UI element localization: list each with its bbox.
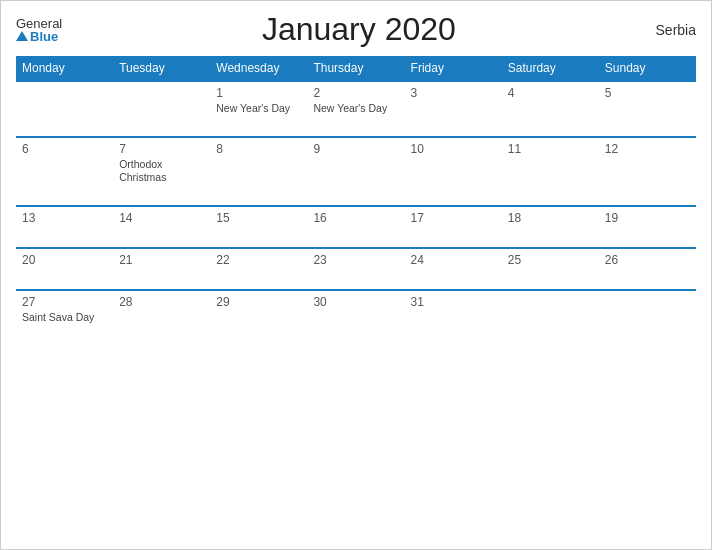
day-cell: 3 <box>405 81 502 137</box>
week-row-1: 67Orthodox Christmas89101112 <box>16 137 696 206</box>
day-number: 11 <box>508 142 593 156</box>
holiday-label: Saint Sava Day <box>22 311 107 325</box>
week-row-4: 27Saint Sava Day28293031 <box>16 290 696 345</box>
day-number: 16 <box>313 211 398 225</box>
day-cell: 1New Year's Day <box>210 81 307 137</box>
day-number: 14 <box>119 211 204 225</box>
day-cell: 8 <box>210 137 307 206</box>
day-cell <box>113 81 210 137</box>
weekday-header-row: Monday Tuesday Wednesday Thursday Friday… <box>16 56 696 81</box>
calendar-table: Monday Tuesday Wednesday Thursday Friday… <box>16 56 696 345</box>
day-number: 23 <box>313 253 398 267</box>
day-number: 27 <box>22 295 107 309</box>
calendar-title: January 2020 <box>262 11 456 48</box>
day-number: 15 <box>216 211 301 225</box>
day-number: 10 <box>411 142 496 156</box>
day-number: 26 <box>605 253 690 267</box>
day-cell: 17 <box>405 206 502 248</box>
weekday-wednesday: Wednesday <box>210 56 307 81</box>
day-cell: 12 <box>599 137 696 206</box>
day-number: 4 <box>508 86 593 100</box>
day-cell: 7Orthodox Christmas <box>113 137 210 206</box>
country-label: Serbia <box>656 22 696 38</box>
day-cell: 2New Year's Day <box>307 81 404 137</box>
day-number: 12 <box>605 142 690 156</box>
week-row-0: 1New Year's Day2New Year's Day345 <box>16 81 696 137</box>
day-number: 24 <box>411 253 496 267</box>
day-number: 17 <box>411 211 496 225</box>
day-cell: 25 <box>502 248 599 290</box>
day-cell: 29 <box>210 290 307 345</box>
day-cell: 30 <box>307 290 404 345</box>
day-cell: 10 <box>405 137 502 206</box>
weekday-saturday: Saturday <box>502 56 599 81</box>
weekday-thursday: Thursday <box>307 56 404 81</box>
day-cell: 11 <box>502 137 599 206</box>
holiday-label: Orthodox Christmas <box>119 158 204 185</box>
day-number: 31 <box>411 295 496 309</box>
day-cell: 28 <box>113 290 210 345</box>
holiday-label: New Year's Day <box>313 102 398 116</box>
day-number: 7 <box>119 142 204 156</box>
day-cell: 20 <box>16 248 113 290</box>
day-cell: 22 <box>210 248 307 290</box>
day-cell: 15 <box>210 206 307 248</box>
day-cell: 23 <box>307 248 404 290</box>
day-cell: 13 <box>16 206 113 248</box>
weekday-monday: Monday <box>16 56 113 81</box>
day-number: 1 <box>216 86 301 100</box>
week-row-2: 13141516171819 <box>16 206 696 248</box>
day-number: 22 <box>216 253 301 267</box>
day-number: 21 <box>119 253 204 267</box>
day-number: 6 <box>22 142 107 156</box>
day-number: 20 <box>22 253 107 267</box>
day-number: 13 <box>22 211 107 225</box>
day-cell <box>16 81 113 137</box>
day-cell: 21 <box>113 248 210 290</box>
day-number: 19 <box>605 211 690 225</box>
day-cell: 6 <box>16 137 113 206</box>
day-number: 5 <box>605 86 690 100</box>
day-cell: 16 <box>307 206 404 248</box>
day-cell: 27Saint Sava Day <box>16 290 113 345</box>
day-cell: 18 <box>502 206 599 248</box>
day-number: 30 <box>313 295 398 309</box>
day-cell: 14 <box>113 206 210 248</box>
holiday-label: New Year's Day <box>216 102 301 116</box>
day-number: 8 <box>216 142 301 156</box>
calendar-container: General Blue January 2020 Serbia Monday … <box>0 0 712 550</box>
day-cell <box>502 290 599 345</box>
day-cell: 24 <box>405 248 502 290</box>
day-number: 9 <box>313 142 398 156</box>
logo-triangle-icon <box>16 31 28 41</box>
logo: General Blue <box>16 17 62 43</box>
day-cell: 5 <box>599 81 696 137</box>
day-cell: 26 <box>599 248 696 290</box>
day-cell: 9 <box>307 137 404 206</box>
logo-blue-text: Blue <box>16 30 58 43</box>
week-row-3: 20212223242526 <box>16 248 696 290</box>
calendar-header: General Blue January 2020 Serbia <box>16 11 696 48</box>
logo-general-text: General <box>16 17 62 30</box>
day-cell: 19 <box>599 206 696 248</box>
weekday-friday: Friday <box>405 56 502 81</box>
day-cell: 4 <box>502 81 599 137</box>
day-cell <box>599 290 696 345</box>
day-number: 3 <box>411 86 496 100</box>
day-number: 25 <box>508 253 593 267</box>
day-number: 28 <box>119 295 204 309</box>
day-cell: 31 <box>405 290 502 345</box>
weekday-tuesday: Tuesday <box>113 56 210 81</box>
day-number: 18 <box>508 211 593 225</box>
weekday-sunday: Sunday <box>599 56 696 81</box>
day-number: 29 <box>216 295 301 309</box>
day-number: 2 <box>313 86 398 100</box>
